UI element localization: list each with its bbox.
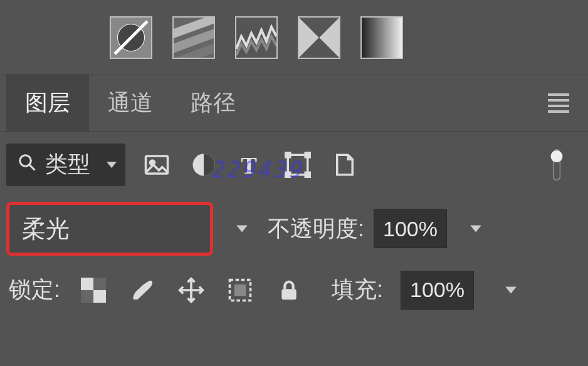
gradient-preset-linear[interactable] [360,16,403,59]
fill-label: 填充: [332,274,383,305]
svg-marker-30 [470,226,481,233]
tab-paths[interactable]: 路径 [172,74,255,132]
svg-rect-25 [286,172,290,177]
opacity-chevron-icon[interactable] [469,207,483,250]
lock-artboard-icon[interactable] [224,274,256,306]
svg-rect-14 [362,18,402,58]
svg-point-28 [551,150,563,162]
lock-row: 锁定: 填充: 100 [0,260,588,320]
filter-shape-layers-icon[interactable] [282,149,313,180]
lock-transparency-icon[interactable] [78,274,109,306]
svg-marker-17 [107,162,117,168]
svg-rect-34 [81,290,93,303]
blend-mode-dropdown[interactable]: 柔光 [6,202,213,256]
filter-adjustment-layers-icon[interactable] [188,149,219,180]
svg-rect-38 [234,284,246,295]
filter-type-label: 类型 [45,149,90,180]
opacity-label: 不透明度: [268,214,364,244]
svg-rect-31 [81,278,93,290]
layer-filter-row: 类型 T [0,132,588,197]
lock-image-pixels-icon[interactable] [127,274,158,306]
filter-smart-objects-icon[interactable] [329,149,360,180]
tab-layers[interactable]: 图层 [6,74,89,132]
lock-label: 锁定: [9,274,60,305]
svg-rect-18 [146,156,168,174]
svg-rect-32 [93,290,106,303]
blend-mode-chevron-icon[interactable] [235,207,249,250]
svg-rect-24 [305,152,310,157]
svg-text:T: T [241,152,257,178]
svg-marker-29 [236,226,248,233]
blend-mode-row: 柔光 不透明度: 100% [0,197,588,260]
panel-menu-icon[interactable] [548,93,569,113]
filter-pixel-layers-icon[interactable] [141,149,172,180]
panel-tabs: 图层 通道 路径 [0,75,588,132]
svg-rect-23 [286,152,290,157]
search-icon [18,153,36,177]
svg-rect-26 [305,172,310,177]
gradient-preset-reflected[interactable] [298,16,340,59]
gradient-presets-bar [0,0,588,75]
filter-type-layers-icon[interactable]: T [235,149,266,180]
gradient-preset-noise[interactable] [235,16,278,59]
filter-type-dropdown[interactable]: 类型 [6,144,125,186]
blend-mode-value: 柔光 [22,213,70,245]
svg-rect-33 [93,278,106,290]
fill-input[interactable]: 100% [401,271,474,310]
chevron-down-icon [105,157,118,173]
svg-point-15 [20,155,31,166]
gradient-preset-foreground-transparent[interactable] [110,16,152,59]
filter-toggle-switch[interactable] [541,149,572,180]
svg-marker-40 [505,286,517,293]
svg-line-16 [29,164,35,170]
gradient-preset-stripes[interactable] [172,16,215,59]
svg-rect-39 [281,289,296,300]
lock-position-icon[interactable] [176,274,207,306]
lock-all-icon[interactable] [273,274,305,306]
fill-chevron-icon[interactable] [504,269,518,311]
opacity-input[interactable]: 100% [374,209,447,248]
tab-channels[interactable]: 通道 [89,74,172,132]
